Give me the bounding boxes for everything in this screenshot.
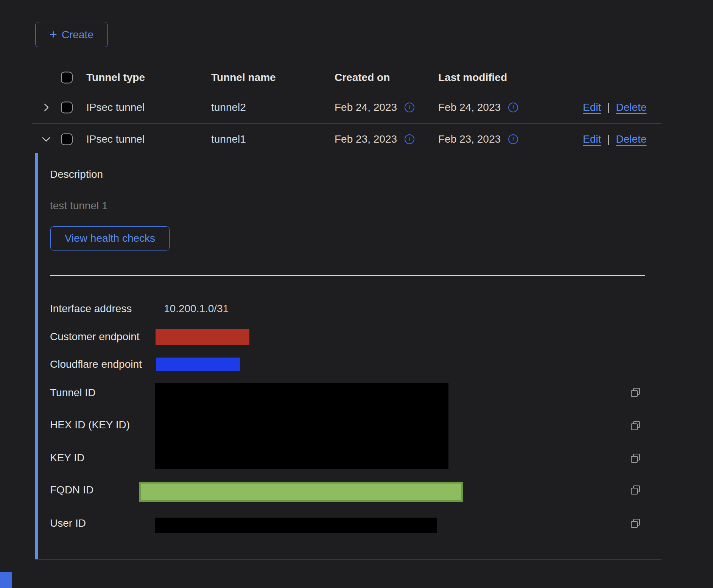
section-divider: [50, 275, 645, 276]
created-on-cell: Feb 24, 2023: [335, 101, 397, 114]
fqdn-id-label: FQDN ID: [50, 484, 93, 496]
description-label: Description: [50, 168, 103, 181]
tunnel-type-cell: IPsec tunnel: [86, 133, 145, 145]
bottom-left-accent-bar: [0, 572, 12, 588]
header-last-modified: Last modified: [438, 72, 507, 84]
hex-id-label: HEX ID (KEY ID): [50, 418, 130, 431]
tunnel-id-label: Tunnel ID: [50, 386, 95, 399]
cloudflare-endpoint-redacted-value: [156, 358, 240, 371]
expanded-row-accent-bar: [35, 153, 38, 559]
customer-endpoint-label: Customer endpoint: [50, 330, 140, 343]
expand-chevron-right-icon[interactable]: [41, 102, 51, 113]
interface-address-value: 10.200.1.0/31: [164, 302, 229, 315]
select-all-checkbox[interactable]: [61, 72, 73, 84]
last-modified-cell: Feb 23, 2023: [438, 133, 501, 145]
copy-icon[interactable]: [630, 387, 642, 399]
action-separator: |: [607, 133, 610, 145]
description-value: test tunnel 1: [50, 199, 108, 212]
delete-link[interactable]: Delete: [616, 101, 647, 114]
copy-icon[interactable]: [630, 518, 642, 530]
create-button[interactable]: + Create: [35, 22, 108, 47]
interface-address-label: Interface address: [50, 302, 132, 315]
header-created-on: Created on: [335, 72, 390, 84]
create-button-label: Create: [62, 29, 93, 41]
cloudflare-endpoint-label: Cloudflare endpoint: [50, 358, 142, 371]
edit-link[interactable]: Edit: [583, 101, 601, 114]
copy-icon[interactable]: [630, 484, 642, 496]
view-health-checks-button[interactable]: View health checks: [50, 226, 170, 250]
plus-icon: +: [50, 28, 57, 40]
collapse-chevron-down-icon[interactable]: [41, 134, 51, 145]
table-row: IPsec tunnel tunnel2 Feb 24, 2023 i Feb …: [32, 91, 662, 124]
info-icon[interactable]: i: [405, 134, 414, 144]
last-modified-cell: Feb 24, 2023: [438, 101, 501, 114]
action-separator: |: [607, 101, 610, 114]
customer-endpoint-redacted-value: [156, 329, 249, 345]
info-icon[interactable]: i: [508, 134, 518, 144]
select-row-checkbox[interactable]: [61, 101, 73, 113]
edit-link[interactable]: Edit: [583, 133, 601, 145]
header-tunnel-name: Tunnel name: [211, 72, 276, 84]
user-id-label: User ID: [50, 517, 86, 530]
info-icon[interactable]: i: [508, 103, 518, 112]
tunnel-name-cell: tunnel1: [211, 133, 246, 145]
tunnel-type-cell: IPsec tunnel: [86, 101, 145, 114]
tunnel-name-cell: tunnel2: [211, 101, 246, 114]
key-id-label: KEY ID: [50, 451, 84, 464]
created-on-cell: Feb 23, 2023: [335, 133, 397, 145]
expanded-row-bottom-divider: [35, 559, 662, 560]
copy-icon[interactable]: [630, 453, 642, 465]
copy-icon[interactable]: [630, 420, 642, 432]
table-row: IPsec tunnel tunnel1 Feb 23, 2023 i Feb …: [32, 124, 662, 155]
select-row-checkbox[interactable]: [61, 134, 73, 145]
id-values-redacted-block: [155, 383, 448, 469]
table-header-row: Tunnel type Tunnel name Created on Last …: [32, 64, 662, 91]
tunnels-table: Tunnel type Tunnel name Created on Last …: [32, 64, 662, 155]
fqdn-id-redacted-value: [139, 482, 463, 502]
delete-link[interactable]: Delete: [616, 133, 647, 145]
user-id-redacted-value: [155, 518, 437, 533]
header-tunnel-type: Tunnel type: [86, 72, 145, 84]
info-icon[interactable]: i: [405, 103, 414, 112]
